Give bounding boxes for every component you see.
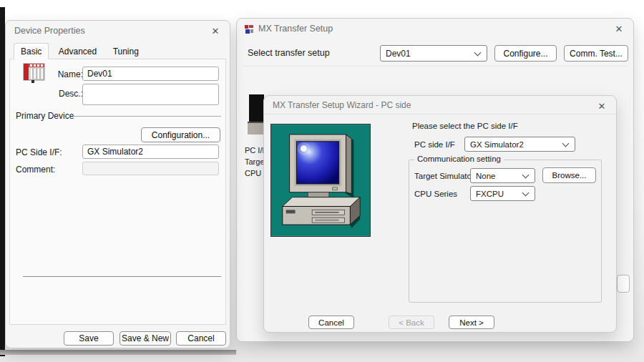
device-photo-fragment <box>249 94 264 122</box>
comm-test-button[interactable]: Comm. Test... <box>564 45 628 62</box>
desc-label: Desc.: <box>31 89 83 99</box>
configure-button[interactable]: Configure... <box>494 45 557 62</box>
lower-separator-rule <box>23 276 221 277</box>
close-icon[interactable]: ✕ <box>594 99 610 113</box>
wizard-back-button: < Back <box>389 315 434 329</box>
select-row-separator <box>243 66 627 67</box>
tab-bar: Basic Advanced Tuning <box>14 43 145 59</box>
wizard-next-button[interactable]: Next > <box>449 315 494 329</box>
cpu-series-label: CPU Series <box>414 190 457 198</box>
target-simulator-dropdown-value: None <box>476 172 496 180</box>
device-properties-titlebar[interactable]: Device Properties ✕ <box>6 21 230 41</box>
cancel-button[interactable]: Cancel <box>176 331 226 346</box>
comment-label: Comment: <box>16 165 55 175</box>
chevron-down-icon <box>562 140 570 147</box>
communication-setting-legend: Communication setting <box>414 155 504 163</box>
background-window-bottom-edge <box>0 350 236 355</box>
chevron-down-icon <box>522 171 530 178</box>
comment-field <box>82 162 219 175</box>
close-icon[interactable]: ✕ <box>208 24 223 38</box>
close-icon[interactable]: ✕ <box>611 22 627 36</box>
pc-side-if-label: PC Side I/F: <box>16 147 62 157</box>
device-properties-window: Device Properties ✕ Basic Advanced Tunin… <box>5 20 230 348</box>
primary-device-label: Primary Device <box>16 111 74 121</box>
pc-side-if-field[interactable] <box>82 145 219 159</box>
primary-device-rule <box>73 116 221 117</box>
cpu-series-dropdown[interactable]: FXCPU <box>470 186 535 201</box>
tab-basic[interactable]: Basic <box>14 43 49 59</box>
target-simulator-label: Target Simulator <box>414 172 474 180</box>
select-transfer-setup-label: Select transfer setup <box>248 48 330 58</box>
name-input[interactable] <box>82 67 219 81</box>
window-title: MX Transfer Setup Wizard - PC side <box>273 100 411 110</box>
wizard-titlebar[interactable]: MX Transfer Setup Wizard - PC side ✕ <box>264 96 616 114</box>
pc-side-if-dropdown-value: GX Simulator2 <box>470 140 524 149</box>
transfer-setup-dropdown-value: Dev01 <box>386 49 411 59</box>
desc-input[interactable] <box>82 84 219 105</box>
basic-tab-pane: Name: Desc.: Primary Device Configuratio… <box>9 59 226 325</box>
tab-tuning[interactable]: Tuning <box>107 44 145 59</box>
configuration-button[interactable]: Configuration... <box>141 127 220 142</box>
pc-side-if-dropdown[interactable]: GX Simulator2 <box>464 137 575 152</box>
cpu-series-dropdown-value: FXCPU <box>476 190 504 198</box>
chevron-down-icon <box>474 49 482 56</box>
save-button[interactable]: Save <box>64 331 114 346</box>
wizard-cancel-button[interactable]: Cancel <box>308 315 354 329</box>
chevron-down-icon <box>522 189 530 196</box>
device-photo-fragment-base <box>248 122 265 134</box>
mx-transfer-setup-titlebar[interactable]: MX Transfer Setup ✕ <box>237 19 633 39</box>
computer-illustration <box>270 124 371 237</box>
wizard-window: MX Transfer Setup Wizard - PC side ✕ <box>263 95 617 333</box>
tab-advanced[interactable]: Advanced <box>52 44 103 59</box>
desktop-background: MX Transfer Setup ✕ Select transfer setu… <box>0 0 644 362</box>
app-icon <box>244 24 254 34</box>
transfer-setup-dropdown[interactable]: Dev01 <box>380 45 487 62</box>
background-window-left-edge <box>0 7 5 356</box>
window-title: Device Properties <box>14 26 85 36</box>
save-and-new-button[interactable]: Save & New <box>119 331 171 346</box>
window-title: MX Transfer Setup <box>258 24 333 34</box>
browse-button[interactable]: Browse... <box>542 167 596 183</box>
target-simulator-dropdown[interactable]: None <box>470 168 535 183</box>
name-label: Name: <box>31 69 83 79</box>
pc-side-if-label: PC side I/F <box>414 140 455 149</box>
wizard-prompt: Please select the PC side I/F <box>412 122 518 130</box>
obscured-button-fragment <box>617 275 630 293</box>
